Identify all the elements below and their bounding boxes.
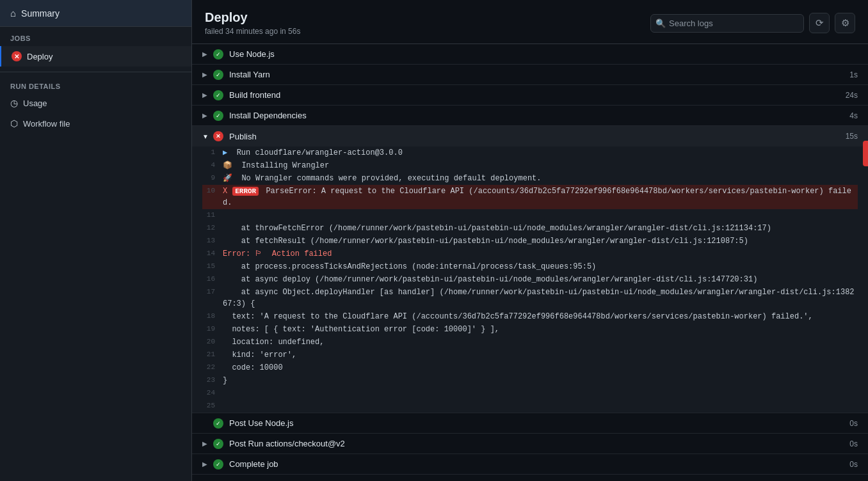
- log-line-action-failed: 14 Error: 🏳 Action failed: [202, 248, 858, 260]
- success-circle: ✓: [213, 459, 223, 469]
- code-log-publish: 1 ▶ Run cloudflare/wrangler-action@3.0.0…: [192, 146, 868, 413]
- search-input[interactable]: [650, 14, 804, 33]
- complete-job-duration: 0s: [849, 460, 858, 469]
- usage-icon: ◷: [10, 98, 18, 108]
- step-status-success: ✓: [213, 49, 224, 60]
- sidebar-item-workflow-file[interactable]: ⬡ Workflow file: [0, 113, 191, 134]
- sidebar-divider: [0, 72, 191, 72]
- log-area: ▶ ✓ Use Node.js ▶ ✓ Install Yarn 1s ▶ ✓ …: [192, 44, 868, 481]
- step-status-success: ✓: [213, 459, 224, 470]
- step-row-publish[interactable]: ▼ ✕ Publish 15s: [192, 126, 868, 146]
- log-line: 23 }: [202, 374, 858, 387]
- success-circle: ✓: [213, 439, 223, 449]
- log-line: 9 🚀 No Wrangler commands were provided, …: [202, 172, 858, 185]
- settings-icon: ⚙: [841, 17, 849, 29]
- log-line: 25: [202, 400, 858, 413]
- chevron-icon: ▶: [202, 71, 213, 78]
- main-header: Deploy failed 34 minutes ago in 56s 🔍 ⟳ …: [192, 0, 868, 44]
- fail-circle: ✕: [213, 131, 223, 141]
- post-checkout-step-name: Post Run actions/checkout@v2: [229, 439, 849, 448]
- chevron-icon: ▶: [202, 91, 213, 99]
- sidebar-item-usage[interactable]: ◷ Usage: [0, 93, 191, 113]
- post-checkout-duration: 0s: [849, 439, 858, 448]
- success-circle: ✓: [213, 90, 223, 100]
- log-line: 21 kind: 'error',: [202, 349, 858, 361]
- deploy-subtitle: failed 34 minutes ago in 56s: [205, 27, 300, 36]
- log-line: 22 code: 10000: [202, 361, 858, 374]
- step-row-complete-job[interactable]: ▶ ✓ Complete job 0s: [192, 454, 868, 475]
- post-nodejs-step-name: Post Use Node.js: [229, 418, 849, 428]
- step-status-success: ✓: [213, 69, 224, 81]
- step-row-install-deps[interactable]: ▶ ✓ Install Dependencies 4s: [192, 106, 868, 126]
- publish-step-name: Publish: [229, 132, 846, 141]
- error-scroll-indicator: [863, 141, 868, 166]
- publish-step-duration: 15s: [846, 132, 858, 141]
- workflow-file-label: Workflow file: [23, 119, 70, 129]
- chevron-down-icon: ▼: [202, 133, 213, 140]
- log-line: 16 at async deploy (/home/runner/work/pa…: [202, 273, 858, 286]
- header-title-section: Deploy failed 34 minutes ago in 56s: [205, 10, 300, 36]
- jobs-section-label: Jobs: [0, 27, 191, 46]
- step-name: Install Yarn: [229, 70, 849, 79]
- log-line: 18 text: 'A request to the Cloudflare AP…: [202, 310, 858, 323]
- step-row-post-checkout[interactable]: ▶ ✓ Post Run actions/checkout@v2 0s: [192, 434, 868, 454]
- sidebar-summary[interactable]: ⌂ Summary: [0, 0, 191, 27]
- log-line: 13 at fetchResult (/home/runner/work/pas…: [202, 235, 858, 248]
- step-name: Use Node.js: [229, 49, 858, 59]
- success-circle: ✓: [213, 111, 223, 121]
- step-status-fail: ✕: [213, 130, 224, 142]
- chevron-icon: ▶: [202, 461, 213, 468]
- log-line: 20 location: undefined,: [202, 336, 858, 349]
- success-circle: ✓: [213, 70, 223, 80]
- step-status-success: ✓: [213, 110, 224, 122]
- log-line: 4 📦 Installing Wrangler: [202, 159, 858, 172]
- step-row-install-yarn[interactable]: ▶ ✓ Install Yarn 1s: [192, 65, 868, 85]
- step-duration: 24s: [846, 91, 858, 100]
- post-nodejs-duration: 0s: [849, 419, 858, 428]
- log-line: 19 notes: [ { text: 'Authentication erro…: [202, 323, 858, 336]
- step-row-use-nodejs[interactable]: ▶ ✓ Use Node.js: [192, 44, 868, 65]
- chevron-icon: ▶: [202, 112, 213, 119]
- success-circle: ✓: [213, 49, 223, 59]
- page-title: Deploy: [205, 10, 300, 25]
- chevron-icon: ▶: [202, 51, 213, 58]
- complete-job-step-name: Complete job: [229, 459, 849, 469]
- log-line: 11: [202, 209, 858, 222]
- log-line: 24: [202, 387, 858, 400]
- step-status-success: ✓: [213, 90, 224, 101]
- refresh-button[interactable]: ⟳: [809, 13, 830, 33]
- step-duration: 1s: [849, 70, 858, 79]
- summary-label: Summary: [21, 8, 60, 19]
- home-icon: ⌂: [10, 8, 16, 19]
- step-status-success: ✓: [213, 438, 224, 450]
- log-line-error: 10 XERROR ParseError: A request to the C…: [202, 185, 858, 209]
- step-row-post-nodejs[interactable]: ✓ Post Use Node.js 0s: [192, 413, 868, 434]
- success-circle: ✓: [213, 418, 223, 429]
- step-name: Build frontend: [229, 90, 846, 100]
- sidebar: ⌂ Summary Jobs ✕ Deploy Run details ◷ Us…: [0, 0, 192, 481]
- run-details-label: Run details: [0, 77, 191, 93]
- settings-button[interactable]: ⚙: [835, 13, 855, 33]
- header-actions: 🔍 ⟳ ⚙: [650, 13, 855, 33]
- refresh-icon: ⟳: [816, 17, 824, 29]
- log-line: 15 at process.processTicksAndRejections …: [202, 260, 858, 273]
- step-status-success: ✓: [213, 418, 224, 429]
- chevron-icon: ▶: [202, 440, 213, 447]
- main-panel: Deploy failed 34 minutes ago in 56s 🔍 ⟳ …: [192, 0, 868, 481]
- log-line: 1 ▶ Run cloudflare/wrangler-action@3.0.0: [202, 146, 858, 159]
- usage-label: Usage: [23, 99, 47, 108]
- deploy-job-label: Deploy: [27, 52, 52, 61]
- search-wrapper: 🔍: [650, 14, 804, 33]
- sidebar-item-deploy[interactable]: ✕ Deploy: [0, 46, 191, 67]
- log-line: 12 at throwFetchError (/home/runner/work…: [202, 222, 858, 235]
- code-log-inner: 1 ▶ Run cloudflare/wrangler-action@3.0.0…: [192, 146, 868, 413]
- step-name: Install Dependencies: [229, 111, 849, 120]
- step-row-build-frontend[interactable]: ▶ ✓ Build frontend 24s: [192, 85, 868, 106]
- fail-icon: ✕: [12, 51, 22, 61]
- log-line: 17 at async Object.deployHandler [as han…: [202, 286, 858, 310]
- step-duration: 4s: [849, 111, 858, 120]
- workflow-icon: ⬡: [10, 118, 18, 129]
